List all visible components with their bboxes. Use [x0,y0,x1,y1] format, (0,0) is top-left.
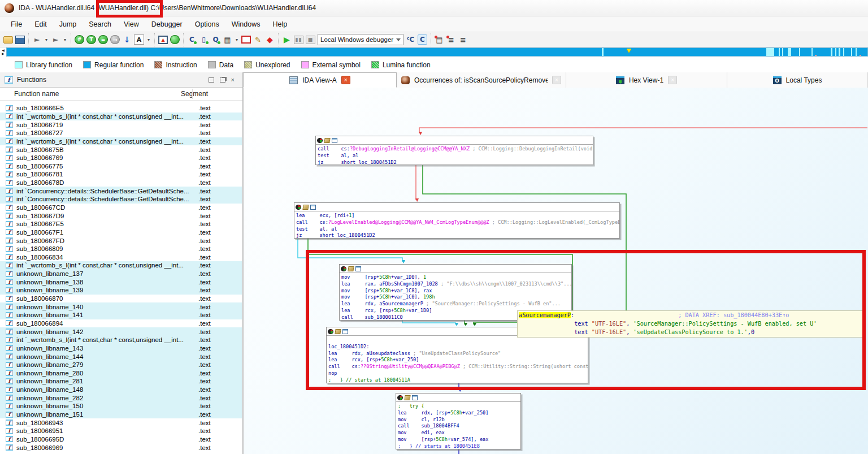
step-button[interactable]: C [418,34,427,45]
function-row[interactable]: funknown_libname_150.text [0,402,242,410]
graph-overview-button[interactable]: ▲ [158,36,168,44]
tab-hex-view-1[interactable]: Hex View-1× [566,72,727,88]
group-edit-icon[interactable] [348,266,354,271]
debug-views-dropdown[interactable]: ▾ [235,34,239,45]
function-row[interactable]: funknown_libname_151.text [0,410,242,419]
menu-item-options[interactable]: Options [189,18,225,31]
function-row[interactable]: fsub_1800667F1.text [0,228,242,237]
function-row[interactable]: fsub_18006695D.text [0,435,242,444]
function-row[interactable]: funknown_libname_282.text [0,394,242,402]
navband-scroll-arrows[interactable]: ◀▶ [0,47,6,57]
menu-item-file[interactable]: File [5,18,28,31]
function-row[interactable]: fsub_180066809.text [0,245,242,253]
function-row[interactable]: fsub_180066775.text [0,162,242,170]
menu-item-search[interactable]: Search [83,18,118,31]
subview-text-button[interactable]: T [86,35,96,44]
jump-forward-dropdown[interactable]: ▾ [63,34,67,45]
function-row[interactable]: fsub_1800666E5.text [0,104,242,113]
text-a-button[interactable]: A [134,34,144,45]
float-window-icon[interactable] [220,77,225,83]
suspend-button[interactable]: ◆ [265,34,275,45]
tab-occurrences-of-isscansourcepolicyremoved2[interactable]: Occurrences of: isScanSourcePolicyRemove… [397,72,566,88]
menu-item-help[interactable]: Help [266,18,293,31]
function-row[interactable]: fsub_180066870.text [0,295,242,303]
graph-node-try-block[interactable]: ; try {lea rdx, [rsp+5C8h+var_250]mov cl… [396,393,521,449]
graph-chart-icon[interactable] [355,266,361,271]
function-row[interactable]: funknown_libname_279.text [0,361,242,369]
debugger-combobox[interactable]: Local Windows debugger [318,34,403,45]
function-row[interactable]: funknown_libname_280.text [0,369,242,378]
function-row[interactable]: fsub_180066769.text [0,154,242,162]
graph-chart-icon[interactable] [412,395,418,400]
function-row[interactable]: fsub_18006675B.text [0,145,242,154]
tab-close-icon[interactable]: × [668,76,677,84]
function-row[interactable]: funknown_libname_137.text [0,270,242,278]
function-row[interactable]: fint `Concurrency::details::SchedulerBas… [0,195,242,204]
frame-color-icon[interactable] [317,138,323,143]
graph-chart-icon[interactable] [342,329,348,334]
function-row[interactable]: fsub_1800667CD.text [0,204,242,212]
tab-close-icon[interactable]: × [341,76,350,84]
function-row[interactable]: fsub_180066951.text [0,427,242,435]
function-row[interactable]: funknown_libname_139.text [0,286,242,295]
function-row[interactable]: fsub_180066969.text [0,443,242,452]
save-file-button[interactable] [15,36,25,44]
list-window-button[interactable]: ▤ [435,34,444,45]
graph-node-log-level-enabled[interactable]: lea ecx, [rdi+1]call cs:?LogLevelEnabled… [294,202,620,239]
menu-item-edit[interactable]: Edit [28,18,53,31]
function-row[interactable]: fsub_18006678D.text [0,179,242,187]
subview-arrow-button[interactable]: → [110,35,120,44]
column-function-name[interactable]: Function name [0,90,178,98]
graph-node-debug-logging-in-retail[interactable]: call cs:?DebugLoggingInRetail@Logging@CC… [315,136,593,165]
function-row[interactable]: fint `Concurrency::details::SchedulerBas… [0,187,242,195]
lumina-button[interactable] [170,35,180,44]
function-row[interactable]: fsub_180066834.text [0,253,242,262]
column-segment[interactable]: Segment [178,90,208,98]
remove-watch-button[interactable]: ≡ [458,34,468,45]
debug-threads-button[interactable]: Q [211,34,220,45]
group-edit-icon[interactable] [404,395,410,400]
open-file-button[interactable] [3,36,13,44]
jump-down-button[interactable]: ↓ [122,34,132,45]
function-row[interactable]: funknown_libname_138.text [0,278,242,286]
pause-process-button[interactable]: ▮▮ [294,36,303,44]
frame-color-icon[interactable] [296,205,301,210]
tab-local-types[interactable]: OLocal Types [727,72,868,88]
debug-modules-button[interactable]: ▯ [199,34,209,45]
function-row[interactable]: fint `_wcrtomb_s_l(int * const,char * co… [0,113,242,121]
functions-panel-titlebar[interactable]: f Functions × [0,72,242,88]
debug-views-button[interactable]: ▦ [223,34,232,45]
close-icon[interactable]: × [231,77,235,83]
group-edit-icon[interactable] [302,205,309,210]
function-row[interactable]: fsub_180066943.text [0,418,242,427]
tab-ida-view-a[interactable]: IDA View-A× [243,72,397,88]
start-process-button[interactable]: ▶ [282,34,292,45]
navband-right-arrow-icon[interactable]: ▶ [2,53,5,55]
function-row[interactable]: funknown_libname_281.text [0,377,242,386]
function-row[interactable]: funknown_libname_140.text [0,302,242,311]
graph-chart-icon[interactable] [310,205,316,210]
functions-column-headers[interactable]: Function name Segment [0,88,242,101]
jump-forward-button[interactable]: ► [51,34,60,45]
menu-item-windows[interactable]: Windows [225,18,267,31]
subview-hash-button[interactable]: # [75,35,84,44]
menu-item-view[interactable]: View [118,18,145,31]
menu-item-debugger[interactable]: Debugger [145,18,189,31]
maximize-icon[interactable] [209,77,214,83]
patch-button[interactable]: ✎ [253,34,263,45]
tab-close-icon[interactable]: × [552,76,561,84]
navigation-band[interactable] [6,47,868,57]
function-row[interactable]: fsub_1800667D9.text [0,211,242,220]
text-a-dropdown[interactable]: ▾ [146,34,151,45]
function-row[interactable]: funknown_libname_143.text [0,344,242,353]
function-row[interactable]: fsub_1800667FD.text [0,236,242,245]
function-row[interactable]: fsub_180066781.text [0,170,242,179]
stop-process-button[interactable]: ■ [306,36,315,44]
frame-color-icon[interactable] [397,395,403,400]
add-watch-button[interactable]: ≡ [446,34,456,45]
frame-color-icon[interactable] [341,266,346,271]
breakpoint-button[interactable] [241,36,251,44]
graph-chart-icon[interactable] [332,138,337,143]
group-edit-icon[interactable] [324,138,330,143]
function-row[interactable]: funknown_libname_144.text [0,352,242,361]
